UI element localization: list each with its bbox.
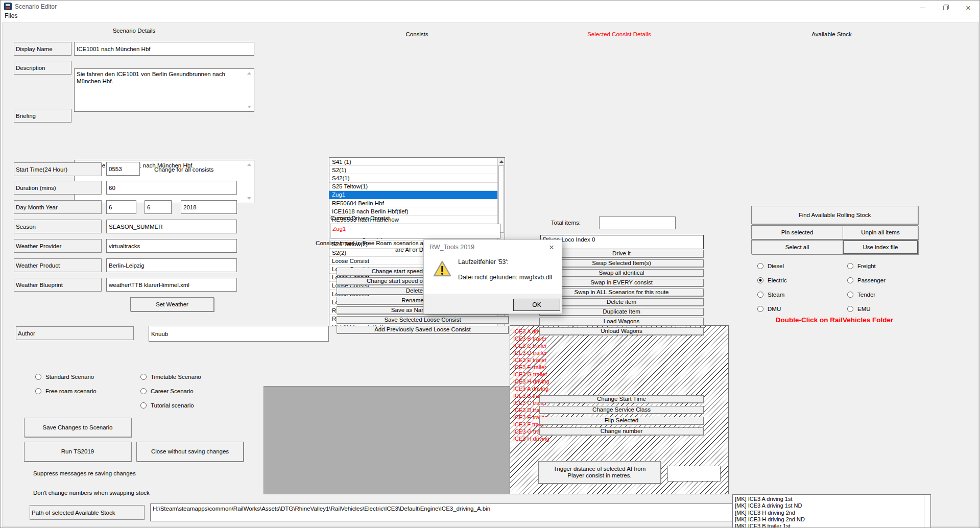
stock-filter-radio[interactable]: Steam [757, 287, 834, 302]
label: Change number [601, 428, 642, 435]
start-time-field[interactable]: 0553 [106, 162, 140, 176]
ops-button[interactable]: Delete item [539, 298, 704, 306]
consist-row[interactable]: S42(1) [329, 174, 498, 182]
total-items-field[interactable] [599, 217, 676, 229]
use-index-file-button[interactable]: Use index file [843, 240, 918, 254]
scrollbar-up-icon [499, 160, 504, 163]
scenario-type-radio[interactable]: Standard Scenario [35, 370, 117, 384]
year-field[interactable]: 2018 [181, 200, 237, 214]
ops-buttons-group1: Drive itSwap Selected Item(s)Swap all id… [539, 250, 704, 335]
ops-button[interactable]: Swap in ALL Scenarios for this route [539, 289, 704, 296]
scroll-down-icon[interactable] [247, 197, 251, 200]
description-text: Sie fahren den ICE1001 von Berlin Gesund… [77, 71, 225, 84]
author-field[interactable]: Knuub [149, 326, 329, 342]
scroll-down-icon[interactable] [247, 106, 251, 108]
ops-button[interactable]: Flip Selected [539, 417, 704, 424]
ops-button[interactable]: Change Service Class [539, 406, 704, 414]
minimize-button[interactable] [915, 1, 930, 14]
label: Standard Scenario [45, 374, 94, 380]
consist-row[interactable]: S25 Teltow(1) [329, 183, 498, 191]
pin-selected-button[interactable]: Pin selected [751, 225, 843, 239]
duration-field[interactable]: 60 [106, 181, 237, 195]
restore-button[interactable] [938, 1, 953, 14]
description-field[interactable]: Sie fahren den ICE1001 von Berlin Gesund… [74, 68, 254, 112]
set-weather-button[interactable]: Set Weather [130, 297, 214, 311]
consist-detail-row[interactable]: ICE3 H driving [513, 435, 549, 442]
stock-filter-radio[interactable]: Diesel [757, 259, 834, 273]
consist-detail-row[interactable]: ICE3 F trailer [513, 364, 549, 371]
scenario-type-radio[interactable]: Timetable Scenario [140, 370, 222, 384]
day-field[interactable]: 6 [106, 200, 136, 214]
label: Duplicate Item [603, 308, 640, 315]
consist-detail-row[interactable]: ICE3 A driving [513, 385, 549, 392]
stock-row[interactable]: [MK] ICE3 H driving 2nd ND [733, 516, 925, 523]
stock-row[interactable]: [MK] ICE3 A driving 1st [733, 496, 925, 502]
stock-filter-radio[interactable]: Freight [847, 259, 914, 273]
stock-filter-radio[interactable]: Tender [847, 287, 914, 302]
ops-button[interactable]: Duplicate Item [539, 308, 704, 316]
consist-detail-row[interactable]: ICE3 B trailer [513, 335, 549, 342]
month-field[interactable]: 6 [145, 200, 172, 214]
display-name-field[interactable]: ICE1001 nach München Hbf [74, 42, 254, 56]
season-field[interactable]: SEASON_SUMMER [106, 220, 237, 233]
trigger-distance-button[interactable]: Trigger distance of selected AI from Pla… [538, 461, 661, 484]
ops-button[interactable]: Change Start Time [539, 395, 704, 403]
stock-filter-radio[interactable]: Electric [757, 273, 834, 287]
path-field[interactable]: H:\Steam\steamapps\common\RailWorks\Asse… [150, 503, 739, 521]
select-all-button[interactable]: Select all [751, 240, 843, 254]
stock-scrollbar-gutter[interactable] [924, 495, 930, 528]
ops-button[interactable]: Load Wagons [539, 318, 704, 325]
scrollbar-thumb[interactable] [498, 165, 504, 233]
dialog-close-icon: × [549, 243, 554, 253]
consist-action-button[interactable]: Add Previously Saved Loose Consist [337, 326, 509, 333]
driven-loco-field[interactable]: Driven Loco Index 0 [540, 235, 704, 249]
stock-row[interactable]: [MK] ICE3 A driving 1st ND [733, 502, 925, 509]
consist-detail-row[interactable]: ICE3 H driving [513, 378, 549, 385]
error-dialog: RW_Tools 2019 × Laufzeitfehler '53': Dat… [423, 239, 562, 314]
stock-row[interactable]: [MK] ICE3 B trailer 1st [733, 523, 925, 528]
weather-provider-field[interactable]: virtualtracks [106, 239, 237, 253]
consist-row[interactable]: S41 (1) [329, 158, 498, 166]
close-without-saving-button[interactable]: Close without saving changes [136, 442, 244, 462]
scenario-type-radio[interactable]: Tutorial scenario [140, 398, 222, 413]
trigger-distance-field[interactable] [667, 466, 721, 482]
consist-detail-row[interactable]: ICE3 E trailer [513, 356, 549, 364]
ops-button[interactable]: Swap in EVERY consist [539, 279, 704, 286]
ops-button[interactable]: Unload Wagons [539, 327, 704, 335]
ops-button[interactable]: Swap all identical [539, 269, 704, 277]
consist-detail-row[interactable]: ICE3 G trailer [513, 371, 549, 378]
scrollbar-up-button[interactable] [498, 158, 505, 165]
find-rolling-stock-button[interactable]: Find Available Rolling Stock [751, 206, 918, 224]
stock-filter-radio[interactable]: EMU [847, 302, 914, 316]
scroll-up-icon[interactable] [247, 163, 251, 166]
label: Save Selected Loose Consist [384, 317, 461, 323]
dialog-ok-button[interactable]: OK [513, 299, 560, 311]
weather-blueprint-field[interactable]: weather\TTB klarerHimmel.xml [106, 278, 237, 292]
ops-button[interactable]: Change number [539, 427, 704, 435]
ops-button[interactable]: Drive it [539, 250, 704, 257]
scenario-type-radio[interactable]: Free roam scenario [35, 384, 117, 398]
save-changes-button[interactable]: Save Changes to Scenario [24, 418, 131, 437]
scroll-up-icon[interactable] [247, 72, 251, 75]
stock-row[interactable]: [MK] ICE3 H driving 2nd [733, 510, 925, 516]
label: Electric [768, 277, 787, 283]
dont-change-numbers-label: Don't change numbers when swapping stock [33, 489, 150, 496]
weather-product-field[interactable]: Berlin-Leipzig [106, 258, 237, 272]
stock-filter-radio[interactable]: Passenger [847, 273, 914, 287]
run-ts2019-button[interactable]: Run TS2019 [24, 442, 131, 462]
consist-row[interactable]: ICE1618 nach Berlin Hbf(tief) [329, 207, 498, 215]
consist-detail-row[interactable]: ICE3 C trailer [513, 342, 549, 349]
menu-files[interactable]: Files [5, 12, 17, 19]
consist-row[interactable]: RE50604 Berlin Hbf [329, 199, 498, 207]
stock-filter-radio[interactable]: DMU [757, 302, 834, 316]
consist-detail-row[interactable]: ICE3 D trailer [513, 349, 549, 356]
ops-button[interactable]: Swap Selected Item(s) [539, 259, 704, 267]
scenario-type-radio[interactable]: Career Scenario [140, 384, 222, 398]
unpin-all-button[interactable]: Unpin all items [843, 225, 918, 239]
consist-row[interactable]: S2(1) [329, 166, 498, 174]
consist-row[interactable]: Zug1 [329, 191, 498, 199]
current-driven-consist-field[interactable]: Zug1 [330, 224, 500, 238]
consist-action-button[interactable]: Save Selected Loose Consist [337, 316, 509, 324]
close-button[interactable]: × [961, 1, 976, 14]
dialog-close-button[interactable]: × [545, 242, 558, 253]
